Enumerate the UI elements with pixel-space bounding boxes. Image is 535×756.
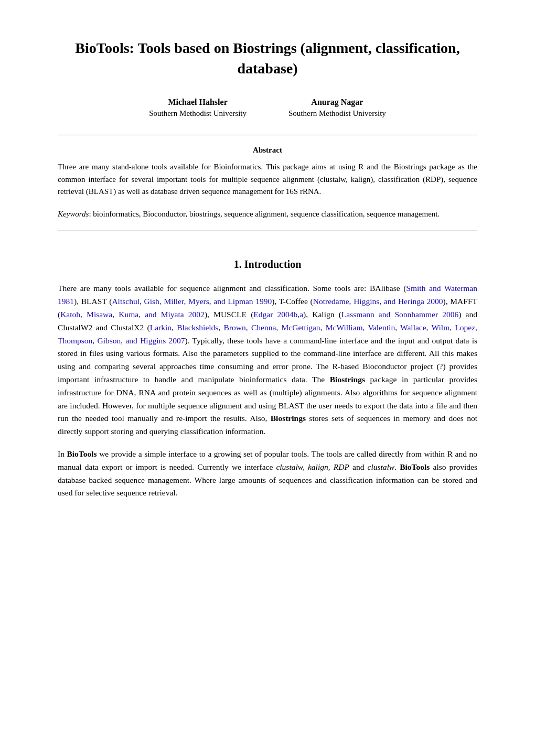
- citation-larkin[interactable]: Larkin, Blackshields, Brown, Chenna, McG…: [58, 323, 477, 345]
- divider-2: [58, 231, 477, 231]
- keywords-colon: : bioinformatics, Bioconductor, biostrin…: [89, 210, 440, 218]
- citation-altschul[interactable]: Altschul, Gish, Miller, Myers, and Lipma…: [112, 297, 272, 306]
- main-title: BioTools: Tools based on Biostrings (ali…: [58, 38, 477, 79]
- author-2-affiliation: Southern Methodist University: [288, 109, 386, 118]
- biotools-bold-1: BioTools: [67, 449, 97, 458]
- biostrings-bold-1: Biostrings: [330, 375, 365, 384]
- authors-section: Michael Hahsler Southern Methodist Unive…: [58, 98, 477, 118]
- author-1-name: Michael Hahsler: [149, 98, 247, 107]
- author-1-affiliation: Southern Methodist University: [149, 109, 247, 118]
- citation-edgar[interactable]: Edgar 2004b,a: [253, 310, 303, 319]
- citation-katoh[interactable]: Katoh, Misawa, Kuma, and Miyata 2002: [60, 310, 205, 319]
- clustalw-italic-2: clustalw: [368, 462, 395, 471]
- author-2: Anurag Nagar Southern Methodist Universi…: [288, 98, 386, 118]
- citation-lassmann[interactable]: Lassmann and Sonnhammer 2006: [341, 310, 458, 319]
- title-section: BioTools: Tools based on Biostrings (ali…: [58, 38, 477, 79]
- page-container: BioTools: Tools based on Biostrings (ali…: [0, 0, 535, 756]
- keywords-section: Keywords: bioinformatics, Bioconductor, …: [58, 208, 477, 220]
- author-2-name: Anurag Nagar: [288, 98, 386, 107]
- clustalw-italic-1: clustalw, kalign, RDP: [276, 462, 349, 471]
- intro-paragraph-2: In BioTools we provide a simple interfac…: [58, 448, 477, 500]
- author-1: Michael Hahsler Southern Methodist Unive…: [149, 98, 247, 118]
- biostrings-bold-2: Biostrings: [271, 414, 306, 423]
- keywords-label: Keywords: [58, 210, 89, 218]
- biotools-bold-2: BioTools: [400, 462, 430, 471]
- intro-paragraph-1: There are many tools available for seque…: [58, 282, 477, 438]
- citation-notredame[interactable]: Notredame, Higgins, and Heringa 2000: [313, 297, 443, 306]
- abstract-title: Abstract: [58, 146, 477, 155]
- divider-1: [58, 135, 477, 135]
- abstract-text: Three are many stand-alone tools availab…: [58, 161, 477, 198]
- section-1-heading: 1. Introduction: [58, 258, 477, 271]
- keywords-text: Keywords: bioinformatics, Bioconductor, …: [58, 208, 477, 220]
- abstract-section: Abstract Three are many stand-alone tool…: [58, 146, 477, 198]
